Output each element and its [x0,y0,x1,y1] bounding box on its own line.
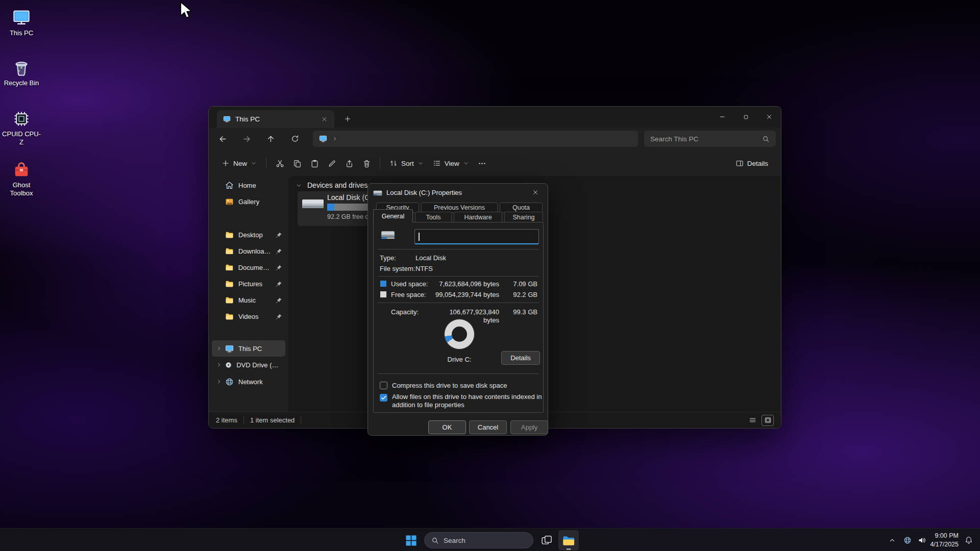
gallery-icon [225,197,234,206]
network-tray-button[interactable] [900,530,915,550]
tab-close-button[interactable] [318,113,330,126]
view-button[interactable]: View [428,155,474,172]
pin-icon [276,248,282,255]
details-pane-label: Details [747,160,768,167]
forward-button[interactable] [237,131,256,147]
general-tab-page: Type: Local Disk File system: NTFS Used … [373,222,544,413]
type-label: Type: [380,254,396,262]
search-icon [762,135,770,143]
disc-icon [225,361,232,369]
sidebar-item-label: DVD Drive (D:) WIN [236,361,282,369]
compress-checkbox[interactable] [380,382,387,389]
chevron-down-icon [418,160,424,166]
ok-button-label: OK [443,423,452,431]
maximize-button[interactable] [734,107,757,127]
rename-button[interactable] [323,155,340,172]
tab-tools[interactable]: Tools [415,212,452,222]
chevron-right-icon [332,136,338,142]
tab-quota[interactable]: Quota [500,203,543,213]
address-bar[interactable] [313,131,638,147]
taskbar-search[interactable]: Search [424,532,533,548]
navigation-bar: Search This PC [209,128,781,149]
task-view-button[interactable] [536,530,557,550]
sidebar-item-label: Desktop [238,231,263,239]
tab-hardware[interactable]: Hardware [454,212,502,222]
tab-this-pc[interactable]: This PC [217,110,334,128]
pin-icon [276,281,282,287]
section-header-devices[interactable]: Devices and drives [296,181,368,189]
close-button[interactable] [757,107,781,127]
tab-previous-versions[interactable]: Previous Versions [421,203,498,213]
copy-button[interactable] [288,155,306,172]
volume-label-input[interactable] [414,229,539,244]
sidebar-item-downloads[interactable]: Downloads [212,243,285,259]
free-space-legend [380,291,386,297]
tray-expand-button[interactable] [885,530,899,550]
index-checkbox[interactable] [380,394,387,402]
new-button[interactable]: New [217,155,261,172]
view-icon [433,159,441,167]
view-button-label: View [445,160,459,167]
divider [301,416,301,424]
back-button[interactable] [213,131,232,147]
taskbar-clock[interactable]: 9:00 PM 4/17/2025 [923,532,959,549]
new-tab-button[interactable] [340,112,355,126]
sidebar-item-this-pc[interactable]: This PC [212,340,285,357]
dialog-title-bar[interactable]: Local Disk (C:) Properties [368,184,548,201]
details-button[interactable]: Details [501,351,540,365]
search-input[interactable]: Search This PC [644,131,776,147]
ok-button[interactable]: OK [428,420,466,434]
capacity-size: 99.3 GB [502,308,537,316]
selection-count: 1 item selected [250,416,295,424]
sort-button[interactable]: Sort [385,155,428,172]
used-space-bytes: 7,623,684,096 bytes [433,280,499,288]
used-space-legend [380,281,386,287]
share-button[interactable] [340,155,358,172]
paste-button[interactable] [306,155,323,172]
details-pane-button[interactable]: Details [731,155,773,172]
usage-donut [445,319,474,349]
file-explorer-taskbar-button[interactable] [558,530,579,550]
sidebar-item-gallery[interactable]: Gallery [212,193,285,210]
capacity-label: Capacity: [391,308,419,316]
tab-label: Previous Versions [434,204,485,211]
text-caret [419,233,420,241]
dialog-title: Local Disk (C:) Properties [386,189,462,196]
sidebar-item-music[interactable]: Music [212,292,285,308]
desktop-icon-label: Recycle Bin [4,79,39,87]
cut-button[interactable] [271,155,288,172]
sidebar-item-network[interactable]: Network [212,373,285,390]
sidebar-item-desktop[interactable]: Desktop [212,227,285,243]
desktop-icon-recycle-bin[interactable]: Recycle Bin [1,58,42,87]
sidebar-item-documents[interactable]: Documents [212,259,285,276]
thumbnail-view-button[interactable] [762,415,774,426]
refresh-button[interactable] [285,131,305,147]
desktop-icon-ghost-toolbox[interactable]: Ghost Toolbox [1,161,42,198]
sidebar-item-dvd-drive[interactable]: DVD Drive (D:) WIN [212,357,285,373]
chevron-down-icon [251,160,257,166]
apply-button[interactable]: Apply [510,420,548,434]
sidebar-item-label: Videos [238,313,259,320]
sidebar-item-videos[interactable]: Videos [212,308,285,324]
minimize-button[interactable] [710,107,734,127]
share-icon [345,159,354,168]
details-view-button[interactable] [746,415,758,426]
taskbar-search-label: Search [444,537,465,544]
up-button[interactable] [261,131,280,147]
more-options-button[interactable] [474,155,491,172]
cancel-button[interactable]: Cancel [469,420,507,434]
desktop-icon-cpu-z[interactable]: CPUID CPU-Z [1,110,42,147]
delete-button[interactable] [358,155,375,172]
tab-general[interactable]: General [373,209,413,222]
folder-icon [225,263,234,272]
notification-center-button[interactable] [961,530,977,550]
divider [380,158,380,169]
dialog-close-button[interactable] [525,185,546,200]
tab-sharing[interactable]: Sharing [504,212,543,222]
folder-icon [225,296,234,305]
sidebar-item-home[interactable]: Home [212,177,285,193]
start-button[interactable] [401,530,421,550]
chevron-down-icon [296,182,302,189]
desktop-icon-this-pc[interactable]: This PC [1,8,42,37]
sidebar-item-pictures[interactable]: Pictures [212,276,285,292]
